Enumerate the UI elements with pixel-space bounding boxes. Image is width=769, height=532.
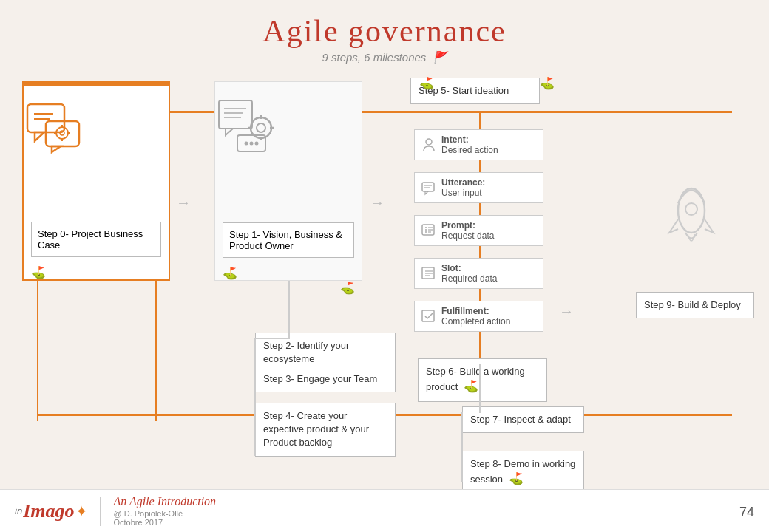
svg-rect-43 <box>422 310 434 321</box>
step7-label: Step 7- Inspect & adapt <box>470 414 571 425</box>
detail-slot: Slot: Required data <box>414 258 543 289</box>
footer-logo-star: ✦ <box>75 502 88 520</box>
step0-box: Step 0- Project Business Case <box>31 222 161 257</box>
footer-page: 74 <box>739 505 754 520</box>
footer-divider <box>100 497 101 526</box>
step2-label: Step 2- Identify your ecosysteme <box>263 340 349 364</box>
footer-date: Octobre 2017 <box>113 518 216 527</box>
svg-marker-16 <box>226 129 233 135</box>
content-area: Step 0- Project Business Case ⛳ → <box>0 70 769 488</box>
step3-label: Step 3- Engage your Team <box>263 373 377 384</box>
slot-label: Slot: Required data <box>441 263 537 284</box>
prompt-icon <box>421 222 437 239</box>
step1-box: Step 1- Vision, Business & Product Owner <box>223 222 354 258</box>
svg-marker-3 <box>52 146 61 152</box>
step0-label: Step 0- Project Business Case <box>38 228 143 250</box>
step1-svg-icon <box>215 97 282 156</box>
arrow-to-step9: → <box>559 303 574 320</box>
step1-flag: ⛳ <box>223 266 237 280</box>
step8-flag: ⛳ <box>509 472 524 485</box>
fulfillment-label: Fulfillment: Completed action <box>441 306 537 327</box>
rocket-icon <box>651 174 732 262</box>
detail-utterance: Utterance: User input <box>414 172 543 203</box>
step1-container: Step 1- Vision, Business & Product Owner… <box>214 81 362 281</box>
title-area: Agile governance 9 steps, 6 milestones 🚩 <box>0 0 769 64</box>
footer-copyright: @ D. Popiolek-Ollé <box>113 509 216 518</box>
svg-point-25 <box>250 142 254 146</box>
v-line-steps234 <box>254 338 256 456</box>
footer-text-area: An Agile Introduction @ D. Popiolek-Ollé… <box>113 495 216 527</box>
svg-point-27 <box>426 139 432 145</box>
subtitle: 9 steps, 6 milestones 🚩 <box>0 50 769 64</box>
step9-label: Step 9- Build & Deploy <box>644 299 741 310</box>
slot-icon <box>421 265 437 282</box>
svg-point-45 <box>685 203 697 215</box>
footer-logo-area: in Imago ✦ <box>15 500 88 522</box>
step3-box: Step 3- Engage your Team <box>255 366 396 392</box>
detail-prompt: Prompt: Request data <box>414 215 543 246</box>
footer-logo-in: in <box>15 505 22 516</box>
svg-marker-1 <box>35 132 44 141</box>
main-title: Agile governance <box>0 13 769 49</box>
step6-flag: ⛳ <box>464 380 478 392</box>
arrow-0-to-1: → <box>176 194 191 211</box>
svg-point-24 <box>245 142 248 146</box>
footer-tagline: An Agile Introduction <box>113 495 216 508</box>
step0-container: Step 0- Project Business Case ⛳ <box>22 81 170 281</box>
step1-flag-bottom: ⛳ <box>340 281 355 295</box>
step9-box: Step 9- Build & Deploy <box>636 292 754 318</box>
fulfillment-icon <box>421 308 437 324</box>
step8-box: Step 8- Demo in working session ⛳ <box>462 451 584 494</box>
v-line-steps678 <box>461 412 463 482</box>
svg-point-26 <box>255 142 259 146</box>
step1-label: Step 1- Vision, Business & Product Owner <box>229 229 342 251</box>
utterance-label: Utterance: User input <box>441 177 537 198</box>
arrow-1-to-right: → <box>370 194 384 211</box>
footer-logo-main: Imago <box>23 500 74 522</box>
step4-label: Step 4- Create your expective product & … <box>263 410 369 448</box>
prompt-label: Prompt: Request data <box>441 220 537 241</box>
h-line-to-234 <box>254 338 290 339</box>
v-line-step1-to-234 <box>288 281 290 338</box>
step0-icon-area <box>24 86 169 167</box>
flag-icon: 🚩 <box>433 50 447 64</box>
svg-rect-28 <box>422 183 434 191</box>
footer: in Imago ✦ An Agile Introduction @ D. Po… <box>0 489 769 532</box>
svg-point-18 <box>257 123 265 132</box>
intent-label: Intent: Desired action <box>441 134 537 155</box>
detail-fulfillment: Fulfillment: Completed action <box>414 301 543 332</box>
step5-flag-right: ⛳ <box>540 76 555 90</box>
svg-rect-12 <box>219 100 252 129</box>
step1-icon-area <box>215 82 362 163</box>
utterance-icon <box>421 180 437 196</box>
step5-flag-left: ⛳ <box>419 76 434 90</box>
v-line-step6-down <box>479 364 481 413</box>
detail-intent: Intent: Desired action <box>414 129 543 160</box>
rocket-container <box>651 174 739 270</box>
step6-box: Step 6- Build a working product ⛳ <box>418 358 547 402</box>
intent-icon <box>421 137 437 153</box>
step0-svg-icon <box>24 100 90 160</box>
step4-box: Step 4- Create your expective product & … <box>255 403 396 457</box>
svg-point-44 <box>678 188 705 233</box>
step0-flag: ⛳ <box>31 265 46 279</box>
